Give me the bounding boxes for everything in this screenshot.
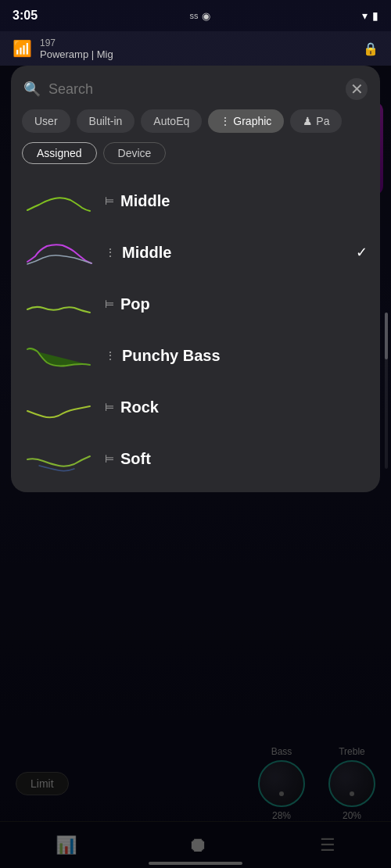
pa-tab-icon: ♟ [303, 115, 313, 127]
soft-type-icon: ⊨ [105, 452, 114, 465]
eq-curve-pop [23, 286, 94, 322]
eq-item-soft[interactable]: ⊨ Soft [11, 433, 380, 484]
home-indicator [149, 862, 242, 865]
now-playing-left: 📶 197 Poweramp | Mig [13, 38, 113, 60]
ss-icon: ss [190, 11, 199, 20]
waveform-icon: 📶 [13, 39, 32, 58]
filter-tabs: User Built-in AutoEq ⋮ Graphic ♟ Pa [11, 109, 380, 142]
tab-builtin[interactable]: Built-in [77, 109, 135, 133]
search-icon: 🔍 [23, 80, 41, 98]
close-button[interactable]: ✕ [346, 78, 368, 100]
status-time: 3:05 [13, 9, 38, 23]
sub-filter-tabs: Assigned Device [11, 142, 380, 175]
graphic-tab-icon: ⋮ [221, 116, 230, 127]
punchybass-type-icon: ⋮ [105, 349, 116, 362]
pop-name: Pop [120, 295, 150, 313]
middle1-type-icon: ⊨ [105, 195, 114, 207]
middle2-name: Middle [122, 244, 171, 262]
subtab-assigned[interactable]: Assigned [22, 142, 97, 164]
scrollbar-track [385, 313, 388, 469]
rock-type-icon: ⊨ [105, 401, 114, 413]
eq-item-middle1[interactable]: ⊨ Middle [11, 175, 380, 227]
tab-pa[interactable]: ♟ Pa [290, 109, 342, 133]
eq-middle1-right: ⊨ Middle [105, 192, 368, 210]
subtab-device[interactable]: Device [103, 142, 167, 164]
eq-curve-middle2 [23, 234, 94, 270]
middle1-name: Middle [120, 192, 170, 210]
middle2-type-icon: ⋮ [105, 246, 116, 259]
eq-search-modal: 🔍 ✕ User Built-in AutoEq ⋮ Graphic ♟ Pa … [11, 66, 380, 492]
eq-curve-middle1 [23, 183, 94, 219]
pop-type-icon: ⊨ [105, 298, 114, 310]
track-title: Poweramp | Mig [40, 48, 113, 60]
search-input[interactable] [48, 81, 338, 98]
status-center-icons: ss ◉ [190, 10, 210, 22]
selected-checkmark: ✓ [356, 244, 368, 261]
now-playing-info: 197 Poweramp | Mig [40, 38, 113, 60]
rock-name: Rock [120, 398, 159, 416]
tab-autoeq[interactable]: AutoEq [141, 109, 202, 133]
eq-punchybass-right: ⋮ Punchy Bass [105, 347, 368, 365]
lock-icon: 🔒 [363, 41, 378, 56]
eq-curve-rock [23, 389, 94, 425]
eq-item-middle2[interactable]: ⋮ Middle ✓ [11, 227, 380, 278]
search-header: 🔍 ✕ [11, 66, 380, 109]
status-bar: 3:05 ss ◉ ▾ ▮ [0, 0, 391, 31]
eq-soft-right: ⊨ Soft [105, 450, 368, 468]
eq-list: ⊨ Middle ⋮ Middle ✓ ⊨ Pop [11, 175, 380, 492]
wifi-icon: ▾ [362, 9, 368, 22]
eq-pop-right: ⊨ Pop [105, 295, 368, 313]
eq-item-punchybass[interactable]: ⋮ Punchy Bass [11, 330, 380, 381]
tab-user[interactable]: User [22, 109, 70, 133]
status-right-icons: ▾ ▮ [362, 9, 378, 22]
punchybass-name: Punchy Bass [122, 347, 221, 365]
eq-curve-soft [23, 441, 94, 477]
eq-rock-right: ⊨ Rock [105, 398, 368, 416]
battery-icon: ▮ [372, 9, 378, 22]
soft-name: Soft [120, 450, 151, 468]
eq-item-pop[interactable]: ⊨ Pop [11, 278, 380, 330]
track-number: 197 [40, 38, 113, 48]
music-icon: ◉ [202, 10, 210, 22]
eq-curve-punchybass [23, 338, 94, 373]
tab-graphic[interactable]: ⋮ Graphic [208, 109, 284, 133]
scrollbar-thumb[interactable] [385, 313, 388, 359]
eq-middle2-right: ⋮ Middle ✓ [105, 244, 368, 262]
eq-item-rock[interactable]: ⊨ Rock [11, 381, 380, 433]
now-playing-bar: 📶 197 Poweramp | Mig 🔒 [0, 31, 391, 66]
